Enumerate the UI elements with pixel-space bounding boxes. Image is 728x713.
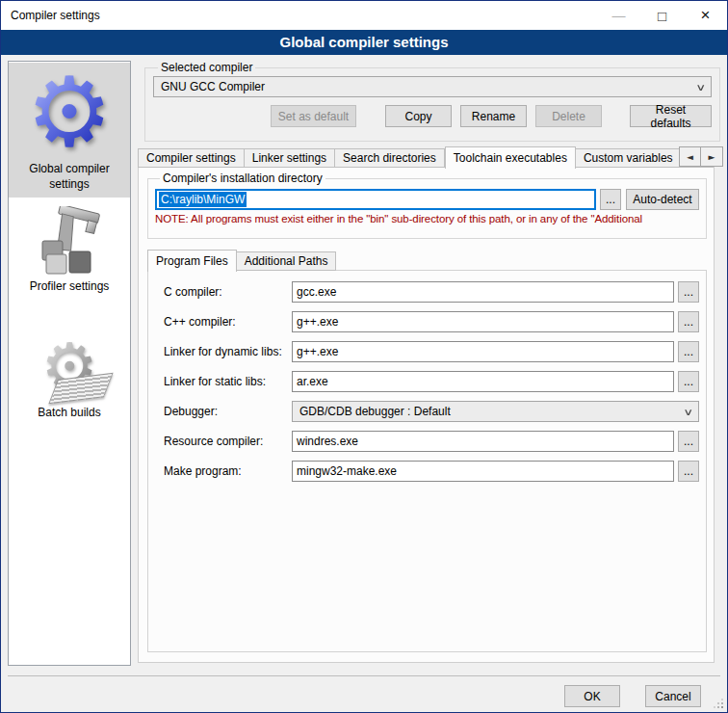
reset-defaults-button[interactable]: Reset defaults — [630, 105, 712, 127]
close-icon: × — [701, 6, 711, 25]
close-button[interactable]: × — [684, 1, 727, 30]
tab-linker-settings[interactable]: Linker settings — [245, 148, 335, 168]
browse-make-program-button[interactable]: ... — [678, 461, 699, 482]
installation-directory-group-label: Compiler's installation directory — [160, 172, 325, 185]
make-program-label: Make program: — [164, 464, 292, 478]
caliper-blocks-icon — [35, 206, 104, 277]
resource-compiler-label: Resource compiler: — [164, 435, 292, 448]
sidebar-item-batch-builds[interactable]: ⚙ Batch builds — [9, 328, 130, 427]
page-title: Global compiler settings — [1, 30, 727, 55]
browse-resource-compiler-button[interactable]: ... — [678, 431, 699, 452]
compiler-settings-dialog: Compiler settings — □ × Global compiler … — [0, 0, 728, 713]
tab-scroll-controls: ◄ ► — [679, 146, 723, 167]
resource-compiler-input[interactable]: windres.exe — [292, 431, 674, 452]
chevron-down-icon: ∨ — [683, 407, 693, 417]
auto-detect-button[interactable]: Auto-detect — [626, 189, 699, 210]
browse-cpp-compiler-button[interactable]: ... — [678, 311, 699, 332]
installation-directory-group: Compiler's installation directory C:\ray… — [147, 172, 707, 239]
chevron-down-icon: ∨ — [695, 82, 706, 92]
make-program-input[interactable]: mingw32-make.exe — [292, 461, 674, 482]
sidebar-item-global-compiler-settings[interactable]: ⚙ Global compiler settings — [9, 63, 130, 198]
dynamic-linker-input[interactable]: g++.exe — [292, 341, 674, 362]
c-compiler-label: C compiler: — [164, 285, 292, 299]
field-row: C compiler: gcc.exe ... — [164, 281, 699, 303]
dynamic-linker-value: g++.exe — [297, 345, 338, 358]
compiler-select-value: GNU GCC Compiler — [161, 80, 697, 93]
debugger-value: GDB/CDB debugger : Default — [299, 405, 685, 418]
debugger-select[interactable]: GDB/CDB debugger : Default ∨ — [292, 401, 699, 422]
cpp-compiler-value: g++.exe — [297, 315, 338, 329]
c-compiler-value: gcc.exe — [297, 285, 336, 299]
installation-directory-input[interactable]: C:\raylib\MinGW — [155, 189, 596, 210]
maximize-button[interactable]: □ — [640, 1, 684, 30]
cpp-compiler-input[interactable]: g++.exe — [292, 311, 674, 332]
program-files-page: C compiler: gcc.exe ... C++ compiler: g+… — [147, 270, 707, 652]
debugger-label: Debugger: — [164, 405, 292, 418]
blue-gear-icon: ⚙ — [26, 66, 113, 159]
field-row: Linker for dynamic libs: g++.exe ... — [164, 341, 699, 362]
compiler-actions: Set as default Copy Rename Delete Reset … — [153, 105, 712, 127]
field-row: Linker for static libs: ar.exe ... — [164, 371, 699, 392]
window-title: Compiler settings — [1, 9, 597, 22]
sidebar-item-profiler-settings[interactable]: Profiler settings — [9, 203, 130, 301]
cancel-button[interactable]: Cancel — [645, 685, 701, 707]
tab-scroll-left-button[interactable]: ◄ — [679, 146, 701, 167]
field-row: Resource compiler: windres.exe ... — [164, 431, 699, 452]
sidebar-item-label: Profiler settings — [30, 279, 110, 295]
static-linker-value: ar.exe — [297, 375, 328, 388]
delete-button: Delete — [535, 105, 602, 127]
make-program-value: mingw32-make.exe — [297, 464, 397, 478]
dynamic-linker-label: Linker for dynamic libs: — [164, 345, 292, 358]
set-as-default-button: Set as default — [271, 105, 356, 127]
resource-compiler-value: windres.exe — [297, 435, 358, 448]
settings-category-list: ⚙ Global compiler settings — [8, 61, 131, 666]
selected-compiler-group: Selected compiler GNU GCC Compiler ∨ Set… — [144, 61, 720, 142]
settings-tab-strip: Compiler settings Linker settings Search… — [138, 145, 714, 168]
browse-c-compiler-button[interactable]: ... — [678, 281, 699, 303]
field-row: Make program: mingw32-make.exe ... — [164, 461, 699, 482]
tab-compiler-settings[interactable]: Compiler settings — [138, 148, 245, 168]
compiler-select[interactable]: GNU GCC Compiler ∨ — [153, 76, 712, 97]
gray-gear-stack-icon: ⚙ — [28, 330, 111, 404]
tab-toolchain-executables[interactable]: Toolchain executables — [445, 146, 576, 169]
tab-program-files[interactable]: Program Files — [147, 250, 237, 272]
maximize-icon: □ — [658, 8, 666, 24]
sidebar-item-label: Batch builds — [38, 406, 100, 421]
selected-compiler-group-label: Selected compiler — [158, 61, 255, 74]
bin-subdirectory-note: NOTE: All programs must exist either in … — [155, 213, 699, 224]
static-linker-input[interactable]: ar.exe — [292, 371, 674, 392]
resize-grip[interactable] — [714, 699, 723, 708]
installation-directory-value: C:\raylib\MinGW — [159, 192, 247, 207]
tab-custom-variables[interactable]: Custom variables — [576, 148, 682, 168]
ok-button[interactable]: OK — [564, 685, 620, 707]
field-row: Debugger: GDB/CDB debugger : Default ∨ — [164, 401, 699, 422]
c-compiler-input[interactable]: gcc.exe — [292, 281, 674, 303]
window-controls: — □ × — [597, 1, 727, 30]
right-arrow-icon: ► — [709, 152, 715, 162]
tab-search-directories[interactable]: Search directories — [335, 148, 445, 168]
toolchain-executables-page: Compiler's installation directory C:\ray… — [138, 167, 715, 663]
field-row: C++ compiler: g++.exe ... — [164, 311, 699, 332]
browse-directory-button[interactable]: ... — [600, 189, 621, 210]
browse-static-linker-button[interactable]: ... — [678, 371, 699, 392]
cpp-compiler-label: C++ compiler: — [164, 315, 292, 329]
footer-divider — [8, 675, 720, 676]
static-linker-label: Linker for static libs: — [164, 375, 292, 388]
minimize-icon: — — [612, 8, 626, 23]
minimize-button[interactable]: — — [597, 1, 640, 30]
left-arrow-icon: ◄ — [687, 152, 693, 162]
programs-tab-strip: Program Files Additional Paths — [147, 249, 336, 271]
rename-button[interactable]: Rename — [460, 105, 527, 127]
tab-scroll-right-button[interactable]: ► — [701, 146, 723, 167]
copy-button[interactable]: Copy — [385, 105, 452, 127]
browse-dynamic-linker-button[interactable]: ... — [678, 341, 699, 362]
title-bar: Compiler settings — □ × — [1, 1, 727, 30]
tab-additional-paths[interactable]: Additional Paths — [237, 251, 337, 271]
